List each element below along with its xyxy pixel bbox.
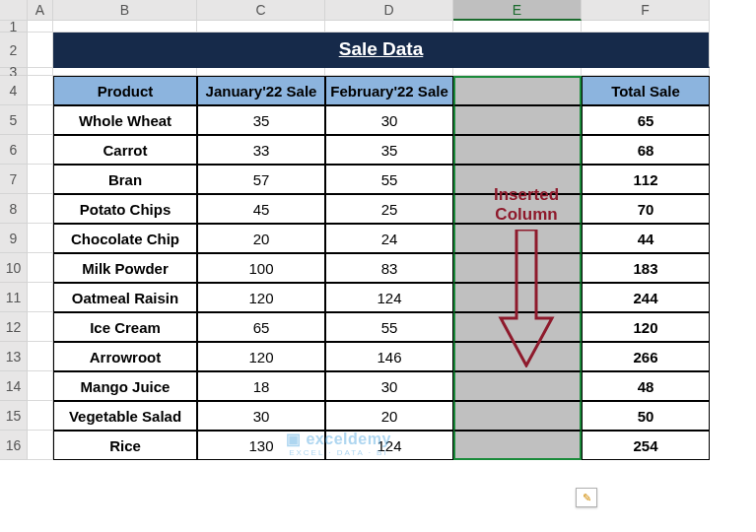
cell-product[interactable]: Carrot [53, 135, 197, 165]
cell-feb[interactable]: 20 [325, 401, 453, 431]
row-header-1[interactable]: 1 [0, 21, 28, 33]
row-header-16[interactable]: 16 [0, 431, 28, 460]
cell-feb[interactable]: 24 [325, 224, 453, 253]
cell-total[interactable]: 112 [582, 165, 710, 194]
cell-feb[interactable]: 124 [325, 431, 453, 460]
cell-total[interactable]: 120 [582, 312, 710, 342]
th-inserted[interactable] [453, 76, 582, 105]
cell-feb[interactable]: 55 [325, 165, 453, 194]
cell-feb[interactable]: 55 [325, 312, 453, 342]
th-product[interactable]: Product [53, 76, 197, 105]
row-header-10[interactable]: 10 [0, 253, 28, 283]
cell-total[interactable]: 183 [582, 253, 710, 283]
cell-feb[interactable]: 30 [325, 371, 453, 401]
cell-total[interactable]: 266 [582, 342, 710, 371]
th-feb[interactable]: February'22 Sale [325, 76, 453, 105]
cell-product[interactable]: Bran [53, 165, 197, 194]
cell-total[interactable]: 65 [582, 105, 710, 135]
row-header-12[interactable]: 12 [0, 312, 28, 342]
col-header-c[interactable]: C [197, 0, 325, 21]
cell-inserted[interactable] [453, 105, 582, 135]
row-header-14[interactable]: 14 [0, 371, 28, 401]
cell-jan[interactable]: 35 [197, 105, 325, 135]
cell-feb[interactable]: 146 [325, 342, 453, 371]
cell-jan[interactable]: 120 [197, 342, 325, 371]
cell-total[interactable]: 254 [582, 431, 710, 460]
cell-product[interactable]: Oatmeal Raisin [53, 283, 197, 312]
th-total[interactable]: Total Sale [582, 76, 710, 105]
cell-inserted[interactable] [453, 431, 582, 460]
cell-inserted[interactable] [453, 135, 582, 165]
page-title: Sale Data [53, 33, 710, 68]
cell-inserted[interactable] [453, 371, 582, 401]
cell-inserted[interactable] [453, 312, 582, 342]
col-header-a[interactable]: A [28, 0, 53, 21]
cell-jan[interactable]: 57 [197, 165, 325, 194]
th-jan[interactable]: January'22 Sale [197, 76, 325, 105]
paintbrush-icon: ✎ [583, 492, 591, 504]
cell-total[interactable]: 48 [582, 371, 710, 401]
cell-product[interactable]: Vegetable Salad [53, 401, 197, 431]
cell-jan[interactable]: 65 [197, 312, 325, 342]
cell-jan[interactable]: 30 [197, 401, 325, 431]
cell-jan[interactable]: 100 [197, 253, 325, 283]
cell-feb[interactable]: 30 [325, 105, 453, 135]
cell-product[interactable]: Mango Juice [53, 371, 197, 401]
insert-options-button[interactable]: ✎ [576, 488, 597, 507]
cell-inserted[interactable] [453, 253, 582, 283]
cell-total[interactable]: 50 [582, 401, 710, 431]
cell-inserted[interactable] [453, 342, 582, 371]
cell-product[interactable]: Arrowroot [53, 342, 197, 371]
row-header-8[interactable]: 8 [0, 194, 28, 224]
cell-total[interactable]: 68 [582, 135, 710, 165]
cell-inserted[interactable] [453, 283, 582, 312]
cell-total[interactable]: 244 [582, 283, 710, 312]
col-header-e[interactable]: E [453, 0, 582, 21]
cell-product[interactable]: Milk Powder [53, 253, 197, 283]
col-header-f[interactable]: F [582, 0, 710, 21]
cell-jan[interactable]: 130 [197, 431, 325, 460]
cell-inserted[interactable] [453, 165, 582, 194]
cell-jan[interactable]: 45 [197, 194, 325, 224]
cell-feb[interactable]: 35 [325, 135, 453, 165]
cell-inserted[interactable] [453, 401, 582, 431]
cell-total[interactable]: 70 [582, 194, 710, 224]
cell-total[interactable]: 44 [582, 224, 710, 253]
cell-jan[interactable]: 18 [197, 371, 325, 401]
row-header-3[interactable]: 3 [0, 68, 28, 76]
col-header-d[interactable]: D [325, 0, 453, 21]
cell-product[interactable]: Rice [53, 431, 197, 460]
spreadsheet-grid: A B C D E F 1 2 Sale Data 3 4 Product Ja… [0, 0, 756, 460]
col-header-b[interactable]: B [53, 0, 197, 21]
row-header-5[interactable]: 5 [0, 105, 28, 135]
row-header-15[interactable]: 15 [0, 401, 28, 431]
row-header-6[interactable]: 6 [0, 135, 28, 165]
row-header-13[interactable]: 13 [0, 342, 28, 371]
cell-product[interactable]: Whole Wheat [53, 105, 197, 135]
row-header-11[interactable]: 11 [0, 283, 28, 312]
cell-feb[interactable]: 25 [325, 194, 453, 224]
cell-product[interactable]: Ice Cream [53, 312, 197, 342]
cell-jan[interactable]: 20 [197, 224, 325, 253]
row-header-4[interactable]: 4 [0, 76, 28, 105]
cell-product[interactable]: Chocolate Chip [53, 224, 197, 253]
row-header-7[interactable]: 7 [0, 165, 28, 194]
cell-inserted[interactable] [453, 224, 582, 253]
cell-product[interactable]: Potato Chips [53, 194, 197, 224]
row-header-9[interactable]: 9 [0, 224, 28, 253]
cell-feb[interactable]: 83 [325, 253, 453, 283]
cell-inserted[interactable] [453, 194, 582, 224]
cell-feb[interactable]: 124 [325, 283, 453, 312]
cell-jan[interactable]: 120 [197, 283, 325, 312]
cell-jan[interactable]: 33 [197, 135, 325, 165]
